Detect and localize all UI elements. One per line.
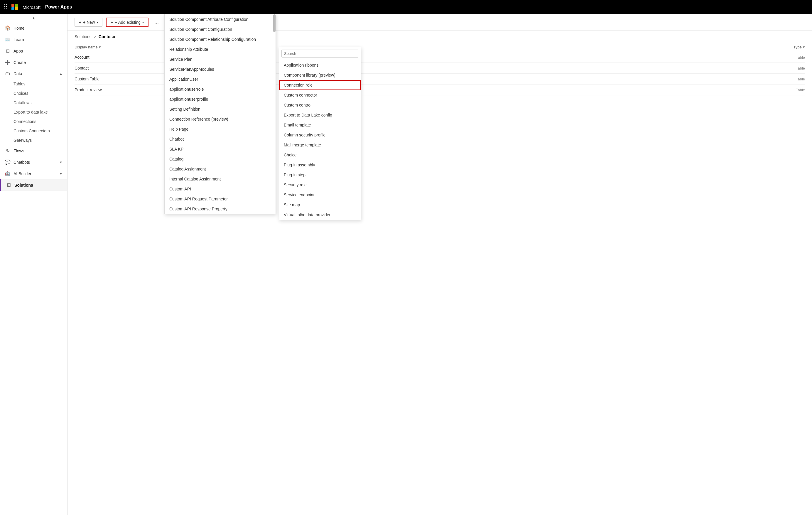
dropdown-mid-item-14[interactable]: Catalog xyxy=(165,154,276,164)
right-submenu-dropdown[interactable]: Application ribbons Component library (p… xyxy=(279,47,361,220)
dropdown-mid-item-11[interactable]: Help Page xyxy=(165,124,276,134)
home-icon: 🏠 xyxy=(5,25,10,31)
dropdown-right-item-15[interactable]: Virtual talbe data provider xyxy=(279,210,361,220)
dropdown-mid-item-7[interactable]: applicationuserrole xyxy=(165,84,276,94)
dropdown-mid-item-6[interactable]: ApplicationUser xyxy=(165,74,276,84)
add-plus-icon: + xyxy=(111,20,113,25)
dropdown-mid-item-8[interactable]: applicationuserprofile xyxy=(165,94,276,104)
chatbots-chevron-icon: ▼ xyxy=(59,161,62,164)
ai-builder-chevron-icon: ▼ xyxy=(59,172,62,175)
dropdown-mid-item-3[interactable]: Relationship Attribute xyxy=(165,44,276,54)
add-existing-button[interactable]: + + Add existing ▾ xyxy=(106,18,148,27)
logo-sq4 xyxy=(15,7,18,10)
dropdown-mid-item-13[interactable]: SLA KPI xyxy=(165,144,276,154)
sidebar-label-home: Home xyxy=(13,26,24,30)
data-icon: 🗃 xyxy=(5,71,10,76)
dropdown-mid-item-15[interactable]: Catalog Assignment xyxy=(165,164,276,174)
dropdown-mid-item-5[interactable]: ServicePlanAppModules xyxy=(165,64,276,74)
dropdown-mid-item-10[interactable]: Connection Reference (preview) xyxy=(165,114,276,124)
col-name-sort-icon: ▾ xyxy=(99,45,101,49)
topbar: ⠿ Microsoft Power Apps xyxy=(0,0,812,14)
sidebar-item-learn[interactable]: 📖 Learn xyxy=(0,34,67,45)
dropdown-right-item-4[interactable]: Custom control xyxy=(279,100,361,110)
data-chevron-icon: ▲ xyxy=(59,72,62,76)
apps-icon: ⊞ xyxy=(5,48,10,54)
sidebar-subitem-choices[interactable]: Choices xyxy=(13,89,67,98)
dropdown-mid-item-19[interactable]: Custom API Response Property xyxy=(165,204,276,214)
sidebar-item-create[interactable]: ➕ Create xyxy=(0,57,67,68)
sidebar-subitem-custom-connectors[interactable]: Custom Connectors xyxy=(13,126,67,136)
logo-sq2 xyxy=(15,4,18,7)
dropdown-mid-item-2[interactable]: Solution Component Relationship Configur… xyxy=(165,34,276,44)
sidebar-item-flows[interactable]: ↻ Flows xyxy=(0,145,67,156)
flows-icon: ↻ xyxy=(5,148,10,153)
dropdown-right-item-7[interactable]: Column security profile xyxy=(279,130,361,140)
row-product-review-type: Table xyxy=(770,88,805,92)
col-type[interactable]: Type ▾ xyxy=(770,45,805,49)
dropdown-mid-item-18[interactable]: Custom API Request Parameter xyxy=(165,194,276,204)
dropdown-right-item-11[interactable]: Plug-in step xyxy=(279,170,361,180)
dropdown-right-item-0[interactable]: Application ribbons xyxy=(279,60,361,70)
new-plus-icon: + xyxy=(79,20,81,25)
dropdown-mid-item-4[interactable]: Service Plan xyxy=(165,54,276,64)
dropdown-right-item-13[interactable]: Service endpoint xyxy=(279,190,361,200)
dropdown-mid-item-16[interactable]: Internal Catalog Assignment xyxy=(165,174,276,184)
sidebar-data-subitems: Tables Choices Dataflows Export to data … xyxy=(0,79,67,145)
sidebar-label-ai-builder: AI Builder xyxy=(13,171,31,176)
sidebar-scroll-up[interactable]: ▲ xyxy=(0,14,67,22)
row-custom-table-type: Table xyxy=(770,77,805,81)
dropdown-right-item-8[interactable]: Mail merge template xyxy=(279,140,361,150)
sidebar-item-apps[interactable]: ⊞ Apps xyxy=(0,45,67,57)
sidebar-label-solutions: Solutions xyxy=(14,183,33,188)
col-display-name-label: Display name xyxy=(75,45,98,49)
sidebar-subitem-export[interactable]: Export to data lake xyxy=(13,107,67,117)
dropdown-right-item-5[interactable]: Export to Data Lake config xyxy=(279,110,361,120)
dropdown-mid-item-17[interactable]: Custom API xyxy=(165,184,276,194)
dropdown-right-item-connection-role[interactable]: Connection role xyxy=(279,80,361,90)
dropdown-mid-item-1[interactable]: Solution Component Configuration xyxy=(165,24,276,34)
app-label: Power Apps xyxy=(45,4,72,10)
sidebar-subitem-dataflows[interactable]: Dataflows xyxy=(13,98,67,107)
breadcrumb-root[interactable]: Solutions xyxy=(75,34,92,39)
dropdown-mid-item-9[interactable]: Setting Definition xyxy=(165,104,276,114)
new-label: + New xyxy=(83,20,95,25)
dropdown-right-item-6[interactable]: Email template xyxy=(279,120,361,130)
more-options-button[interactable]: ... xyxy=(154,19,159,26)
logo-squares xyxy=(11,4,18,10)
dropdown-right-item-10[interactable]: Plug-in assembly xyxy=(279,160,361,170)
sidebar-item-home[interactable]: 🏠 Home xyxy=(0,22,67,34)
add-existing-label: + Add existing xyxy=(115,20,141,25)
dropdown-right-item-14[interactable]: Site map xyxy=(279,200,361,210)
sidebar-item-chatbots[interactable]: 💬 Chatbots ▼ xyxy=(0,156,67,168)
chatbots-icon: 💬 xyxy=(5,159,10,165)
col-type-label: Type xyxy=(793,45,802,49)
add-existing-dropdown[interactable]: Solution Component Attribute Configurati… xyxy=(164,14,276,214)
dropdown-right-item-1[interactable]: Component library (preview) xyxy=(279,70,361,80)
sidebar-label-data: Data xyxy=(13,71,22,76)
dropdown-right-item-12[interactable]: Security role xyxy=(279,180,361,190)
sidebar-subitem-connections[interactable]: Connections xyxy=(13,117,67,126)
dropdown-mid-item-0[interactable]: Solution Component Attribute Configurati… xyxy=(165,15,276,24)
dropdown-right-item-3[interactable]: Custom connector xyxy=(279,90,361,100)
sidebar-subitem-gateways[interactable]: Gateways xyxy=(13,136,67,145)
sidebar-item-solutions[interactable]: ⊡ Solutions xyxy=(0,179,67,191)
learn-icon: 📖 xyxy=(5,37,10,42)
dropdown-search-input[interactable] xyxy=(282,50,358,58)
microsoft-logo: Microsoft xyxy=(11,4,40,10)
sidebar-label-flows: Flows xyxy=(13,148,24,153)
dropdown-mid-item-12[interactable]: Chatbot xyxy=(165,134,276,144)
sidebar-subitem-tables[interactable]: Tables xyxy=(13,79,67,89)
new-button[interactable]: + + New ▾ xyxy=(75,18,103,27)
waffle-icon[interactable]: ⠿ xyxy=(3,3,8,10)
breadcrumb-separator: > xyxy=(94,34,96,39)
dropdown-right-item-9[interactable]: Choice xyxy=(279,150,361,160)
sidebar-item-ai-builder[interactable]: 🤖 AI Builder ▼ xyxy=(0,168,67,179)
sidebar: ▲ 🏠 Home 📖 Learn ⊞ Apps ➕ Create 🗃 Data … xyxy=(0,14,67,515)
dropdown-search-area[interactable] xyxy=(279,47,361,60)
brand-label: Microsoft xyxy=(23,5,40,10)
sidebar-label-apps: Apps xyxy=(13,49,23,53)
logo-sq3 xyxy=(11,7,14,10)
row-account-type: Table xyxy=(770,55,805,60)
new-chevron-icon: ▾ xyxy=(96,21,98,24)
sidebar-item-data[interactable]: 🗃 Data ▲ xyxy=(0,68,67,79)
